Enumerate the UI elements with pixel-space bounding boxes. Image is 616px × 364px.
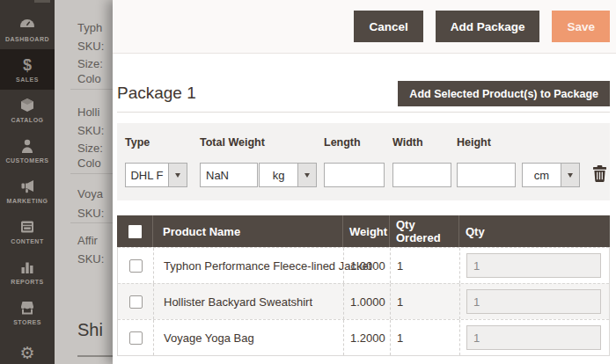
- product-name: Voyage Yoga Bag: [164, 331, 254, 345]
- cube-icon: [18, 97, 36, 114]
- bg-shipping-heading: Shi: [77, 320, 103, 340]
- modal-header: Cancel Add Package Save: [113, 0, 616, 54]
- sidebar-item-stores[interactable]: STORES: [0, 292, 55, 332]
- cancel-button[interactable]: Cancel: [354, 11, 422, 42]
- delete-package-button[interactable]: [592, 165, 607, 183]
- sidebar-label: CUSTOMERS: [5, 157, 48, 164]
- height-input[interactable]: [457, 163, 516, 187]
- save-button[interactable]: Save: [552, 11, 610, 42]
- sidebar-label: CATALOG: [11, 117, 43, 123]
- sidebar-item-customers[interactable]: CUSTOMERS: [0, 130, 55, 171]
- bg-sku-label: SKU:: [77, 207, 104, 220]
- qty-ordered: 1: [397, 331, 403, 345]
- length-input[interactable]: [324, 163, 385, 187]
- content-icon: [18, 218, 36, 236]
- bg-sku-label: SKU:: [77, 252, 104, 266]
- dashboard-gauge-icon: [18, 16, 36, 33]
- qty-ordered: 1: [397, 259, 403, 273]
- qty-ordered: 1: [397, 295, 403, 309]
- dimension-unit-value: cm: [523, 164, 561, 186]
- row-checkbox[interactable]: [129, 295, 143, 309]
- bar-chart-icon: [18, 258, 36, 276]
- sidebar-item-dashboard[interactable]: DASHBOARD: [0, 9, 55, 49]
- bg-sku-label: SKU:: [77, 40, 104, 53]
- table-header-row: Product Name Weight Qty Ordered Qty: [117, 215, 610, 247]
- sidebar-item-reports[interactable]: REPORTS: [0, 251, 55, 292]
- bg-colour-label: Colo: [77, 157, 101, 170]
- sidebar-label: SALES: [16, 76, 39, 83]
- package-type-value: DHL F: [126, 164, 168, 186]
- package-type-select[interactable]: DHL F: [125, 163, 187, 187]
- width-label: Width: [392, 136, 423, 149]
- product-weight: 1.0000: [350, 295, 385, 309]
- total-weight-input[interactable]: [200, 163, 258, 187]
- add-selected-products-button[interactable]: Add Selected Product(s) to Package: [398, 81, 610, 106]
- column-header-qty: Qty: [458, 215, 610, 247]
- package-title-row: Package 1 Add Selected Product(s) to Pac…: [117, 81, 610, 106]
- package-dimensions-panel: Type Total Weight Length Width Height DH…: [117, 123, 610, 200]
- qty-input[interactable]: [466, 253, 601, 278]
- product-weight: 1.2000: [350, 331, 385, 345]
- bg-sku-label: SKU:: [77, 124, 104, 137]
- chevron-down-icon: [168, 164, 187, 186]
- section-divider: [117, 112, 610, 113]
- table-row: Voyage Yoga Bag 1.2000 1: [118, 319, 609, 355]
- bg-colour-label: Colo: [77, 72, 101, 85]
- bg-size-label: Size:: [77, 142, 103, 155]
- qty-input[interactable]: [466, 325, 601, 350]
- sidebar-label: REPORTS: [11, 279, 43, 285]
- table-row: Hollister Backyard Sweatshirt 1.0000 1: [118, 283, 609, 319]
- product-weight: 1.0000: [350, 259, 385, 273]
- screen: DASHBOARD $ SALES CATALOG CUSTOMERS: [0, 0, 616, 364]
- sidebar-item-system[interactable]: ⚙: [0, 332, 55, 364]
- chevron-down-icon: [561, 164, 579, 186]
- type-label: Type: [125, 136, 150, 149]
- chevron-down-icon: [297, 164, 316, 186]
- length-label: Length: [324, 136, 361, 149]
- column-header-qty-ordered: Qty Ordered: [389, 215, 458, 247]
- sidebar-item-content[interactable]: CONTENT: [0, 211, 55, 251]
- package-products-table: Product Name Weight Qty Ordered Qty Typh…: [117, 215, 610, 356]
- bg-product-name: Holli: [77, 106, 99, 119]
- column-header-weight: Weight: [342, 215, 389, 247]
- product-name: Hollister Backyard Sweatshirt: [164, 295, 312, 309]
- bg-product-name: Typh: [77, 21, 102, 34]
- column-header-product-name: Product Name: [152, 215, 342, 247]
- dimension-unit-select[interactable]: cm: [522, 163, 580, 187]
- gear-icon: ⚙: [18, 344, 36, 361]
- sidebar-label: MARKETING: [7, 198, 48, 204]
- sidebar-label: DASHBOARD: [5, 36, 49, 42]
- bg-product-name: Voya: [77, 187, 103, 200]
- total-weight-label: Total Weight: [200, 136, 265, 149]
- dollar-icon: $: [18, 56, 36, 74]
- weight-unit-select[interactable]: kg: [259, 163, 317, 187]
- sidebar-label: STORES: [13, 319, 41, 325]
- bg-size-label: Size:: [77, 57, 103, 70]
- select-all-checkbox[interactable]: [128, 225, 142, 238]
- table-row: Typhon Performance Fleece-lined Jacket 1…: [118, 247, 609, 283]
- sidebar-item-marketing[interactable]: MARKETING: [0, 171, 55, 211]
- weight-unit-value: kg: [260, 164, 297, 186]
- admin-sidebar: DASHBOARD $ SALES CATALOG CUSTOMERS: [0, 0, 55, 364]
- height-label: Height: [457, 136, 491, 149]
- add-package-button[interactable]: Add Package: [436, 11, 540, 42]
- row-checkbox[interactable]: [129, 331, 143, 345]
- megaphone-icon: [18, 178, 36, 195]
- width-input[interactable]: [392, 163, 451, 187]
- sidebar-item-catalog[interactable]: CATALOG: [0, 90, 55, 130]
- qty-input[interactable]: [466, 289, 601, 314]
- sidebar-label: CONTENT: [11, 238, 43, 244]
- package-title: Package 1: [117, 84, 196, 103]
- product-name: Typhon Performance Fleece-lined Jacket: [164, 259, 371, 273]
- person-icon: [18, 137, 36, 155]
- sidebar-item-sales[interactable]: $ SALES: [0, 49, 55, 90]
- trash-icon: [592, 165, 607, 183]
- create-packages-modal: Cancel Add Package Save Package 1 Add Se…: [113, 0, 616, 364]
- storefront-icon: [18, 299, 36, 317]
- row-checkbox[interactable]: [129, 259, 143, 273]
- magento-logo-edge: [34, 0, 50, 3]
- bg-product-name: Affir: [77, 234, 98, 247]
